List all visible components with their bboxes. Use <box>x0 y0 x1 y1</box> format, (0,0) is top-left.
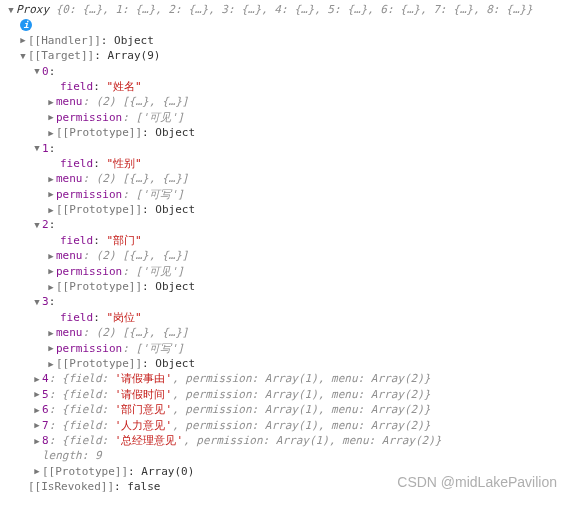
property-permission[interactable]: permission: ['可写'] <box>4 187 561 202</box>
array-item[interactable]: 2: <box>4 217 561 232</box>
expand-icon[interactable] <box>46 188 56 201</box>
info-row[interactable]: i <box>4 17 561 32</box>
property-prototype[interactable]: [[Prototype]]: Object <box>4 125 561 140</box>
property-field: field: "岗位" <box>4 310 561 325</box>
property-menu[interactable]: menu: (2) [{…}, {…}] <box>4 171 561 186</box>
expand-icon[interactable] <box>46 127 56 140</box>
expand-icon[interactable] <box>46 327 56 340</box>
handler-row[interactable]: [[Handler]]: Object <box>4 33 561 48</box>
expand-icon[interactable] <box>46 111 56 124</box>
property-menu[interactable]: menu: (2) [{…}, {…}] <box>4 94 561 109</box>
target-prototype-row[interactable]: [[Prototype]]: Array(0) <box>4 464 561 479</box>
expand-icon[interactable] <box>46 281 56 294</box>
expand-icon[interactable] <box>32 65 42 78</box>
expand-icon[interactable] <box>46 265 56 278</box>
expand-icon[interactable] <box>46 173 56 186</box>
array-item[interactable]: 0: <box>4 64 561 79</box>
property-field: field: "姓名" <box>4 79 561 94</box>
expand-icon[interactable] <box>6 4 16 17</box>
expand-icon[interactable] <box>46 204 56 217</box>
array-item[interactable]: 1: <box>4 141 561 156</box>
property-menu[interactable]: menu: (2) [{…}, {…}] <box>4 248 561 263</box>
expand-icon[interactable] <box>32 219 42 232</box>
expand-icon[interactable] <box>46 342 56 355</box>
expand-icon[interactable] <box>32 142 42 155</box>
property-permission[interactable]: permission: ['可见'] <box>4 110 561 125</box>
isrevoked-row: [[IsRevoked]]: false <box>4 479 561 494</box>
expand-icon[interactable] <box>18 34 28 47</box>
expand-icon[interactable] <box>32 296 42 309</box>
array-item-collapsed[interactable]: 8: {field: '总经理意见', permission: Array(1)… <box>4 433 561 448</box>
expand-icon[interactable] <box>32 388 42 401</box>
info-icon[interactable]: i <box>20 19 32 31</box>
property-field: field: "性别" <box>4 156 561 171</box>
expand-icon[interactable] <box>46 96 56 109</box>
property-menu[interactable]: menu: (2) [{…}, {…}] <box>4 325 561 340</box>
expand-icon[interactable] <box>32 435 42 448</box>
length-row: length: 9 <box>4 448 561 463</box>
array-item-collapsed[interactable]: 4: {field: '请假事由', permission: Array(1),… <box>4 371 561 386</box>
expand-icon[interactable] <box>32 404 42 417</box>
array-item-collapsed[interactable]: 5: {field: '请假时间', permission: Array(1),… <box>4 387 561 402</box>
property-field: field: "部门" <box>4 233 561 248</box>
property-permission[interactable]: permission: ['可见'] <box>4 264 561 279</box>
array-item-collapsed[interactable]: 7: {field: '人力意见', permission: Array(1),… <box>4 418 561 433</box>
expand-icon[interactable] <box>46 358 56 371</box>
proxy-header[interactable]: Proxy {0: {…}, 1: {…}, 2: {…}, 3: {…}, 4… <box>4 2 561 17</box>
expand-icon[interactable] <box>46 250 56 263</box>
property-prototype[interactable]: [[Prototype]]: Object <box>4 279 561 294</box>
property-permission[interactable]: permission: ['可写'] <box>4 341 561 356</box>
property-prototype[interactable]: [[Prototype]]: Object <box>4 356 561 371</box>
expand-icon[interactable] <box>32 419 42 432</box>
expand-icon[interactable] <box>32 373 42 386</box>
property-prototype[interactable]: [[Prototype]]: Object <box>4 202 561 217</box>
expand-icon[interactable] <box>32 465 42 478</box>
array-item[interactable]: 3: <box>4 294 561 309</box>
target-row[interactable]: [[Target]]: Array(9) <box>4 48 561 63</box>
expand-icon[interactable] <box>18 50 28 63</box>
array-item-collapsed[interactable]: 6: {field: '部门意见', permission: Array(1),… <box>4 402 561 417</box>
